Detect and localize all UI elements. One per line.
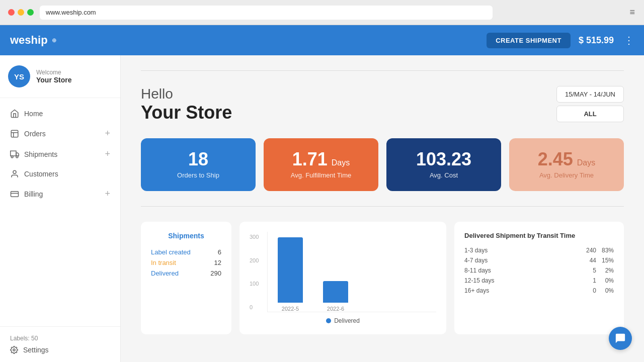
svg-marker-4 (16, 153, 19, 156)
delivery-time-value: 2.45 (538, 150, 573, 168)
welcome-label: Welcome (36, 69, 72, 76)
stat-avg-cost: 103.23 Avg. Cost (386, 138, 501, 191)
label-created-row: Label created 6 (151, 247, 221, 257)
chart-legend: Delivered (250, 317, 436, 324)
svg-point-7 (13, 170, 16, 173)
fulfillment-unit: Days (332, 158, 350, 167)
date-range-button[interactable]: 15/MAY - 14/JUN (556, 86, 624, 103)
svg-point-6 (16, 156, 18, 158)
store-name: Your Store (36, 76, 72, 84)
in-transit-label: In transit (151, 259, 176, 266)
transit-count-4-7: 44 (576, 257, 596, 264)
stat-orders-to-ship: 18 Orders to Ship (141, 138, 256, 191)
shipments-stats-panel: Shipments Label created 6 In transit 12 … (141, 222, 231, 334)
browser-dots (8, 9, 34, 16)
y-label-0: 0 (250, 304, 267, 310)
fulfillment-label: Avg. Fulfillment Time (291, 171, 351, 179)
sidebar-item-shipments[interactable]: Shipments + (0, 144, 120, 164)
date-controls: 15/MAY - 14/JUN ALL (556, 86, 624, 122)
transit-count-12-15: 1 (576, 277, 596, 284)
orders-expand-icon[interactable]: + (105, 128, 110, 139)
sidebar-item-orders[interactable]: Orders + (0, 123, 120, 144)
svg-rect-8 (11, 191, 19, 197)
label-created-label: Label created (151, 248, 191, 256)
svg-rect-3 (11, 151, 16, 156)
all-filter-button[interactable]: ALL (556, 106, 624, 122)
in-transit-count: 12 (214, 259, 221, 266)
y-label-100: 100 (250, 281, 267, 287)
header-actions: CREATE SHIPMENT $ 515.99 ⋮ (487, 33, 634, 48)
avatar: YS (8, 65, 30, 87)
shipments-label: Shipments (24, 150, 100, 158)
transit-days-16plus: 16+ days (464, 287, 576, 294)
bar-jun (323, 281, 348, 303)
stats-cards: 18 Orders to Ship 1.71 Days Avg. Fulfill… (141, 138, 624, 191)
user-info: Welcome Your Store (36, 69, 72, 84)
chat-button[interactable] (609, 327, 632, 350)
svg-point-5 (11, 156, 13, 158)
settings-label: Settings (23, 346, 49, 354)
chart-wrapper: 300 200 100 0 2022-5 (250, 232, 436, 312)
header-more-icon[interactable]: ⋮ (624, 34, 634, 46)
top-divider (141, 70, 624, 71)
content-area: Hello Your Store 15/MAY - 14/JUN ALL 18 … (121, 55, 644, 362)
main-layout: YS Welcome Your Store Home (0, 55, 644, 362)
greeting-text: Hello Your Store (141, 86, 232, 123)
delivery-time-label: Avg. Delivery Time (539, 171, 594, 179)
avg-cost-value: 103.23 (416, 150, 471, 168)
chart-bars-area: 2022-5 2022-6 (267, 232, 436, 312)
transit-panel: Delivered Shipment by Transit Time 1-3 d… (454, 222, 624, 334)
svg-point-10 (13, 349, 15, 351)
billing-icon (10, 190, 19, 199)
delivered-label: Delivered (151, 269, 179, 277)
transit-pct-12-15: 0% (596, 277, 614, 284)
chart-panel: 300 200 100 0 2022-5 (239, 222, 446, 334)
bar-label-may: 2022-5 (282, 306, 299, 312)
svg-rect-0 (11, 130, 18, 137)
fulfillment-value: 1.71 (292, 150, 328, 168)
create-shipment-button[interactable]: CREATE SHIPMENT (487, 33, 571, 48)
transit-pct-1-3: 83% (596, 247, 614, 254)
home-label: Home (24, 110, 110, 118)
shipments-icon (10, 150, 19, 159)
transit-count-1-3: 240 (576, 247, 596, 254)
billing-label: Billing (24, 190, 100, 198)
close-dot[interactable] (8, 9, 15, 16)
browser-menu-icon[interactable]: ≡ (629, 7, 636, 18)
transit-pct-8-11: 2% (596, 267, 614, 274)
orders-to-ship-label: Orders to Ship (177, 171, 219, 179)
transit-count-16plus: 0 (576, 287, 596, 294)
chart-y-labels: 300 200 100 0 (250, 232, 267, 312)
sidebar-item-billing[interactable]: Billing + (0, 184, 120, 204)
delivered-count: 290 (210, 269, 221, 277)
transit-days-1-3: 1-3 days (464, 247, 576, 254)
settings-item[interactable]: Settings (10, 346, 110, 354)
bar-group-jun: 2022-6 (323, 281, 348, 312)
y-label-200: 200 (250, 257, 267, 263)
sidebar-item-home[interactable]: Home (0, 104, 120, 123)
delivery-time-unit: Days (577, 158, 595, 167)
transit-days-8-11: 8-11 days (464, 267, 576, 274)
fullscreen-dot[interactable] (27, 9, 34, 16)
in-transit-row: In transit 12 (151, 257, 221, 268)
mid-divider (141, 206, 624, 207)
shipments-expand-icon[interactable]: + (105, 149, 110, 159)
transit-row-12-15: 12-15 days 1 0% (464, 276, 614, 286)
legend-label: Delivered (334, 317, 360, 324)
logo-text: weship (10, 34, 48, 47)
sidebar-item-customers[interactable]: Customers (0, 164, 120, 184)
avg-cost-label: Avg. Cost (430, 171, 458, 179)
balance-display: $ 515.99 (579, 35, 614, 46)
bar-label-jun: 2022-6 (327, 306, 344, 312)
url-bar[interactable]: www.weship.com (40, 6, 493, 20)
label-created-count: 6 (218, 248, 221, 256)
minimize-dot[interactable] (18, 9, 24, 16)
delivered-row: Delivered 290 (151, 268, 221, 279)
transit-pct-4-7: 15% (596, 257, 614, 264)
stat-delivery-time: 2.45 Days Avg. Delivery Time (509, 138, 624, 191)
bar-may (278, 237, 303, 303)
home-icon (10, 109, 19, 118)
browser-chrome: www.weship.com ≡ (0, 0, 644, 25)
url-text: www.weship.com (46, 9, 96, 16)
billing-expand-icon[interactable]: + (105, 189, 110, 199)
